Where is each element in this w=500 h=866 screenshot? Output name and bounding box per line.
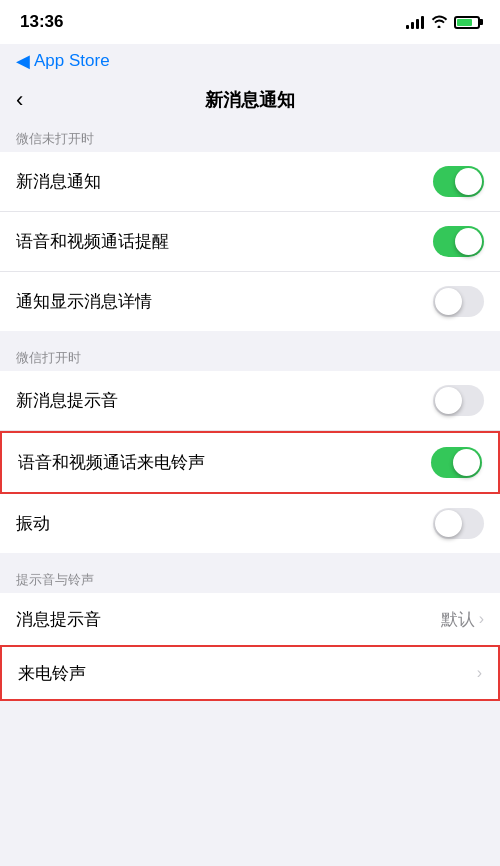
group-sounds: 消息提示音 默认 ›	[0, 593, 500, 645]
highlight-ringtone-row: 语音和视频通话来电铃声	[0, 431, 500, 494]
status-icons	[406, 14, 480, 31]
ringtone-value: ›	[477, 664, 482, 682]
back-to-appstore[interactable]: ◀ App Store	[16, 50, 110, 72]
row-msg-sound: 消息提示音 默认 ›	[0, 593, 500, 645]
vibrate-toggle[interactable]	[433, 508, 484, 539]
row-vibrate: 振动	[0, 494, 500, 553]
back-arrow-small: ◀	[16, 50, 30, 72]
chevron-icon: ›	[479, 610, 484, 628]
group-wechat-closed: 新消息通知 语音和视频通话提醒 通知显示消息详情	[0, 152, 500, 331]
voice-video-remind-toggle[interactable]	[433, 226, 484, 257]
show-msg-detail-toggle[interactable]	[433, 286, 484, 317]
group-wechat-open: 新消息提示音 语音和视频通话来电铃声 振动	[0, 371, 500, 553]
appstore-label: App Store	[34, 51, 110, 71]
section-label-sounds: 提示音与铃声	[0, 563, 500, 593]
new-msg-sound-toggle[interactable]	[433, 385, 484, 416]
signal-icon	[406, 15, 424, 29]
voice-video-ringtone-toggle[interactable]	[431, 447, 482, 478]
app-store-back-bar: ◀ App Store	[0, 44, 500, 78]
new-msg-notify-label: 新消息通知	[16, 170, 101, 193]
voice-video-ringtone-label: 语音和视频通话来电铃声	[18, 451, 205, 474]
status-time: 13:36	[20, 12, 63, 32]
row-voice-video-remind: 语音和视频通话提醒	[0, 212, 500, 272]
wifi-icon	[430, 14, 448, 31]
row-voice-video-ringtone: 语音和视频通话来电铃声	[2, 433, 498, 492]
page-nav: ‹ 新消息通知	[0, 78, 500, 122]
vibrate-label: 振动	[16, 512, 50, 535]
battery-icon	[454, 16, 480, 29]
highlight-ringtone-section: 来电铃声 ›	[0, 645, 500, 701]
ringtone-label: 来电铃声	[18, 662, 86, 685]
msg-sound-value[interactable]: 默认 ›	[441, 608, 484, 631]
show-msg-detail-label: 通知显示消息详情	[16, 290, 152, 313]
status-bar: 13:36	[0, 0, 500, 44]
row-new-msg-notify: 新消息通知	[0, 152, 500, 212]
new-msg-notify-toggle[interactable]	[433, 166, 484, 197]
section-label-wechat-open: 微信打开时	[0, 341, 500, 371]
section-label-wechat-closed: 微信未打开时	[0, 122, 500, 152]
page-title: 新消息通知	[205, 88, 295, 112]
msg-sound-label: 消息提示音	[16, 608, 101, 631]
row-show-msg-detail: 通知显示消息详情	[0, 272, 500, 331]
back-button[interactable]: ‹	[16, 87, 23, 113]
ringtone-chevron-icon: ›	[477, 664, 482, 682]
voice-video-remind-label: 语音和视频通话提醒	[16, 230, 169, 253]
new-msg-sound-label: 新消息提示音	[16, 389, 118, 412]
row-ringtone[interactable]: 来电铃声 ›	[2, 647, 498, 699]
row-new-msg-sound: 新消息提示音	[0, 371, 500, 431]
